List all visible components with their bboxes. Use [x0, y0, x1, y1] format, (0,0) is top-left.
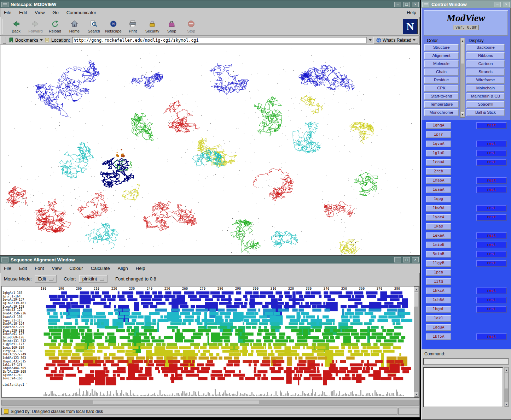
minimize-button[interactable]: –	[394, 257, 401, 262]
control-scroll-thumb[interactable]	[461, 43, 464, 64]
sequence-titlebar[interactable]: Sequence Alignment Window – □ ×	[0, 256, 420, 264]
sequence-row-label[interactable]: 1dquA:404-505	[2, 367, 42, 370]
display-mainchain-button[interactable]: Mainchain	[466, 85, 505, 92]
protein-1lgyb-button[interactable]: 1lgyB	[426, 260, 451, 267]
sequence-row-label[interactable]: 1uaaA:3-156	[2, 315, 42, 319]
sequence-row-label[interactable]: 1bw9A:18-164	[2, 322, 42, 326]
display-strands-button[interactable]: Strands	[466, 69, 505, 76]
rest-1ch6a-button[interactable]: rest	[476, 297, 507, 303]
scroll-down-icon[interactable]: ▼	[414, 392, 418, 397]
location-input[interactable]	[72, 37, 367, 43]
whats-related-button[interactable]: What's Related	[373, 37, 418, 44]
scroll-up-icon[interactable]: ▲	[505, 368, 508, 372]
menu-file[interactable]: File	[4, 10, 11, 15]
seq-menu-help[interactable]: Help	[136, 266, 145, 271]
seq-menu-file[interactable]: File	[4, 266, 11, 271]
protein-1pjr-button[interactable]: 1pjr	[426, 131, 451, 138]
sequence-row-label[interactable]: 1pjr:1-164	[2, 295, 42, 298]
alignment-panel[interactable]: 1801902002102202302402502602702802903003…	[1, 286, 419, 398]
toolbar-home-button[interactable]: Home	[65, 18, 84, 35]
protein-1yaca-button[interactable]: 1yacA	[426, 214, 451, 221]
sequence-row-label[interactable]: 2reb:43-121	[2, 308, 42, 312]
protein-1bw9a-button[interactable]: 1bw9A	[426, 205, 451, 212]
sequence-row-label[interactable]: 1bf5A:229-308	[2, 370, 42, 374]
close-button[interactable]: ×	[412, 2, 419, 7]
protein-1pea-button[interactable]: 1pea	[426, 269, 451, 276]
protein-1coua-button[interactable]: 1couA	[426, 159, 451, 166]
maximize-button[interactable]: □	[403, 2, 410, 7]
display-ball-stick-button[interactable]: Ball & Stick	[466, 109, 505, 116]
netscape-titlebar[interactable]: Netscape: MODVIEW – □ ×	[0, 0, 420, 8]
sequence-row-label[interactable]: 1bgmL:431-515	[2, 360, 42, 363]
menu-view[interactable]: View	[35, 10, 45, 15]
sequence-row-label[interactable]: 1lgyB:51-177	[2, 343, 42, 346]
color-cpk-button[interactable]: CPK	[424, 85, 459, 92]
rest-1yaca-button[interactable]: rest	[476, 214, 507, 221]
seq-menu-edit[interactable]: Edit	[19, 266, 27, 271]
color-monochrome-button[interactable]: Monochrome	[424, 109, 459, 116]
protein-1bgml-button[interactable]: 1bgmL	[426, 306, 451, 313]
toolbar-reload-button[interactable]: Reload	[45, 18, 65, 35]
maximize-button[interactable]: □	[403, 257, 410, 262]
rest-1glag-button[interactable]: rest	[476, 150, 507, 156]
sequence-row-label[interactable]: 1hkcA:557-749	[2, 353, 42, 356]
sequence-row-label[interactable]: 3minb:131-312	[2, 339, 42, 343]
color-structure-button[interactable]: Structure	[424, 44, 459, 51]
protein-1glag-button[interactable]: 1glaG	[426, 150, 451, 156]
display-spacefill-button[interactable]: Spacefill	[466, 101, 505, 108]
toolbar-shop-button[interactable]: Shop	[162, 18, 181, 35]
rest-1bgml-button[interactable]: rest	[476, 306, 507, 313]
sequence-row-label[interactable]: 1itg:84-139	[2, 350, 42, 353]
toolbar-back-button[interactable]: Back	[6, 18, 26, 35]
window-menu-icon[interactable]	[422, 2, 429, 7]
sequence-row-label[interactable]: 1ch6A:123-363	[2, 356, 42, 360]
minimize-button[interactable]: –	[394, 2, 401, 7]
rest-3minb-button[interactable]: rest	[476, 251, 507, 258]
molecule-viewport[interactable]	[1, 45, 420, 255]
protein-1dqua-button[interactable]: 1dquA	[426, 324, 451, 331]
seq-menu-calculate[interactable]: Calculate	[91, 266, 110, 271]
rest-1qvaa-button[interactable]: rest	[476, 141, 507, 147]
menu-communicator[interactable]: Communicator	[66, 10, 97, 15]
window-menu-icon[interactable]	[1, 257, 8, 262]
scroll-up-icon[interactable]: ▲	[414, 287, 418, 292]
scroll-down-icon[interactable]: ▼	[461, 112, 464, 117]
protein-1kas-button[interactable]: 1kas	[426, 223, 451, 230]
sequence-row-label[interactable]: 1qsdb:1-743	[2, 374, 42, 377]
menu-go[interactable]: Go	[52, 10, 58, 15]
menu-help[interactable]: Help	[407, 10, 416, 15]
rest-1bf5a-button[interactable]: rest	[476, 333, 507, 340]
color-alignment-button[interactable]: Alignment	[424, 52, 459, 59]
sequence-row-label[interactable]: 1mioB:69-176	[2, 336, 42, 339]
protein-1miob-button[interactable]: 1mioB	[426, 242, 451, 248]
command-output[interactable]	[423, 367, 503, 407]
toolbar-stop-button[interactable]: Stop	[181, 18, 201, 35]
protein-3minb-button[interactable]: 3minB	[426, 251, 451, 258]
seq-menu-colour[interactable]: Colour	[69, 266, 83, 271]
display-mainchain-cb-button[interactable]: Mainchain & CB	[466, 93, 505, 100]
minimize-button[interactable]: –	[494, 2, 501, 7]
display-cartoon-button[interactable]: Cartoon	[466, 60, 505, 67]
netscape-logo[interactable]: N	[403, 19, 418, 34]
sequence-row-label[interactable]: 1ovi:94-160	[2, 377, 42, 380]
toolbar-netscape-button[interactable]: NNetscape	[104, 18, 123, 35]
seq-menu-font[interactable]: Font	[35, 266, 44, 271]
scroll-down-icon[interactable]: ▼	[505, 402, 508, 407]
close-button[interactable]: ×	[412, 257, 419, 262]
toolbar-search-button[interactable]: Search	[84, 18, 104, 35]
alignment-vscroll-thumb[interactable]	[414, 292, 418, 307]
sequence-row-label[interactable]: 1ekeA:61-147	[2, 332, 42, 336]
command-input[interactable]	[423, 358, 509, 365]
sequence-row-label[interactable]: 1ak1:87-178	[2, 363, 42, 367]
location-dropdown-icon[interactable]	[369, 39, 372, 41]
bookmarks-button[interactable]: Bookmarks	[15, 37, 38, 43]
sequence-row-label[interactable]: 1yacA:87-205	[2, 326, 42, 329]
rest-1maba-button[interactable]: rest	[476, 177, 507, 184]
protein-1qpg-button[interactable]: 1qpg	[426, 196, 451, 202]
menu-edit[interactable]: Edit	[19, 10, 27, 15]
toolbar-grip[interactable]	[2, 19, 5, 34]
command-scrollbar[interactable]: ▲ ▼	[504, 367, 509, 407]
color-residue-button[interactable]: Residue	[424, 77, 459, 84]
toolbar-print-button[interactable]: Print	[123, 18, 143, 35]
close-button[interactable]: ×	[503, 2, 510, 7]
